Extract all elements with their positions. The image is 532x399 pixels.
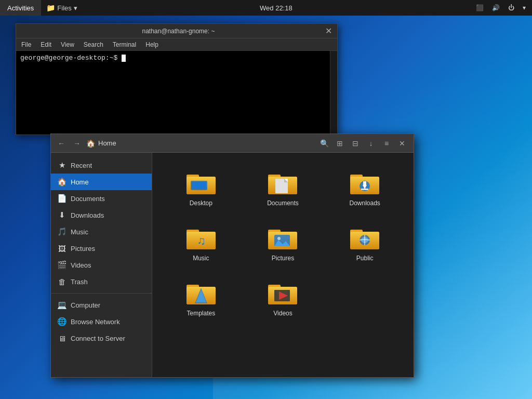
back-button[interactable]: ← <box>55 137 68 150</box>
sidebar-item-home[interactable]: 🏠 Home <box>51 174 152 190</box>
folder-pictures[interactable]: Pictures <box>245 218 322 268</box>
downloads-folder-label: Downloads <box>349 200 380 207</box>
terminal-menu-edit[interactable]: Edit <box>38 40 54 49</box>
trash-icon: 🗑 <box>57 277 66 286</box>
documents-icon: 📄 <box>57 194 66 203</box>
svg-rect-47 <box>288 290 290 301</box>
files-window: ← → 🏠 Home 🔍 ⊞ ⊟ ↓ ≡ ✕ ★ Recent 🏠 Home <box>50 134 414 378</box>
pictures-icon: 🖼 <box>57 244 66 253</box>
screen-icon[interactable]: ⬛ <box>474 3 486 12</box>
desktop-folder-icon <box>185 169 217 196</box>
sort-button[interactable]: ↓ <box>364 136 378 151</box>
files-main: Desktop Do <box>152 153 414 377</box>
templates-folder-label: Templates <box>187 310 215 317</box>
sidebar-item-videos[interactable]: 🎬 Videos <box>51 257 152 273</box>
sidebar-item-documents-label: Documents <box>71 195 105 203</box>
volume-icon[interactable]: 🔊 <box>490 3 502 12</box>
pictures-folder-label: Pictures <box>272 255 294 262</box>
svg-point-29 <box>277 237 281 240</box>
files-toolbar-right: 🔍 ⊞ ⊟ ↓ ≡ ✕ <box>317 136 409 151</box>
documents-folder-icon <box>267 169 298 196</box>
svg-rect-4 <box>192 182 206 189</box>
terminal-scrollbar[interactable] <box>330 51 337 135</box>
power-icon[interactable]: ⏻ <box>506 3 516 12</box>
music-folder-label: Music <box>193 255 209 262</box>
terminal-menubar: File Edit View Search Terminal Help <box>16 38 337 51</box>
topbar-clock: Wed 22:18 <box>83 4 470 12</box>
home-icon: 🏠 <box>57 177 66 187</box>
svg-rect-20 <box>361 189 368 190</box>
music-folder-icon: ♫ <box>185 224 217 251</box>
topbar-chevron-icon: ▾ <box>521 3 528 12</box>
sidebar-item-documents[interactable]: 📄 Documents <box>51 190 152 207</box>
computer-icon: 💻 <box>57 300 66 310</box>
connect-server-icon: 🖥 <box>57 334 66 343</box>
sidebar-item-music[interactable]: 🎵 Music <box>51 223 152 240</box>
videos-icon: 🎬 <box>57 260 66 270</box>
sidebar-item-connect-server-label: Connect to Server <box>71 335 125 342</box>
sidebar-divider-1 <box>51 293 152 294</box>
home-folder-icon: 🏠 <box>86 139 95 148</box>
desktop-folder-label: Desktop <box>190 200 212 207</box>
terminal-menu-view[interactable]: View <box>59 40 76 49</box>
folder-documents[interactable]: Documents <box>245 163 322 213</box>
sidebar-item-recent-label: Recent <box>71 162 92 169</box>
sidebar-item-downloads[interactable]: ⬇ Downloads <box>51 207 152 223</box>
terminal-title: nathan@nathan-gnome: ~ <box>32 28 325 35</box>
browse-network-icon: 🌐 <box>57 317 66 326</box>
files-titlebar: ← → 🏠 Home 🔍 ⊞ ⊟ ↓ ≡ ✕ <box>51 134 414 153</box>
sidebar-item-pictures-label: Pictures <box>71 245 95 252</box>
sidebar-item-downloads-label: Downloads <box>71 211 104 219</box>
files-folder-icon: 📁 <box>46 4 55 12</box>
sidebar-item-trash[interactable]: 🗑 Trash <box>51 273 152 290</box>
topbar-system-icons: ⬛ 🔊 ⏻ ▾ <box>470 3 532 12</box>
sidebar-item-trash-label: Trash <box>71 278 88 286</box>
sidebar-item-connect-server[interactable]: 🖥 Connect to Server <box>51 330 152 347</box>
folder-templates[interactable]: Templates <box>163 273 240 323</box>
terminal-cursor <box>122 55 126 62</box>
svg-text:♫: ♫ <box>197 234 206 247</box>
terminal-menu-search[interactable]: Search <box>82 40 105 49</box>
templates-folder-icon <box>185 280 217 307</box>
terminal-menu-file[interactable]: File <box>19 40 33 49</box>
close-button[interactable]: ✕ <box>395 136 409 151</box>
sidebar-item-videos-label: Videos <box>71 261 91 269</box>
folder-music[interactable]: ♫ Music <box>163 218 240 268</box>
svg-rect-46 <box>274 290 276 301</box>
view-split-button[interactable]: ⊞ <box>332 136 347 151</box>
sidebar-item-computer[interactable]: 💻 Computer <box>51 297 152 313</box>
files-menu-button[interactable]: 📁 Files ▾ <box>41 0 82 16</box>
public-folder-icon <box>349 224 380 251</box>
folder-downloads[interactable]: Downloads <box>326 163 403 213</box>
recent-icon: ★ <box>57 161 66 170</box>
files-location: 🏠 Home <box>86 139 314 148</box>
sidebar-item-pictures[interactable]: 🖼 Pictures <box>51 240 152 257</box>
sidebar-item-browse-network[interactable]: 🌐 Browse Network <box>51 313 152 330</box>
location-title: Home <box>98 139 116 147</box>
folder-desktop[interactable]: Desktop <box>163 163 240 213</box>
downloads-icon: ⬇ <box>57 210 66 220</box>
folder-videos[interactable]: Videos <box>245 273 322 323</box>
files-grid: Desktop Do <box>163 163 403 323</box>
sidebar-item-recent[interactable]: ★ Recent <box>51 157 152 174</box>
terminal-titlebar: nathan@nathan-gnome: ~ ✕ <box>16 24 337 38</box>
forward-button[interactable]: → <box>71 137 83 150</box>
svg-rect-19 <box>363 181 366 186</box>
topbar: Activities 📁 Files ▾ Wed 22:18 ⬛ 🔊 ⏻ ▾ <box>0 0 532 16</box>
menu-button[interactable]: ≡ <box>379 136 394 151</box>
activities-label: Activities <box>7 4 34 12</box>
music-icon: 🎵 <box>57 227 66 236</box>
view-grid-button[interactable]: ⊟ <box>348 136 363 151</box>
terminal-menu-help[interactable]: Help <box>143 40 161 49</box>
search-button[interactable]: 🔍 <box>317 136 331 151</box>
folder-public[interactable]: Public <box>326 218 403 268</box>
terminal-prompt: george@george-desktop:~$ <box>20 54 117 62</box>
terminal-body[interactable]: george@george-desktop:~$ <box>16 51 337 135</box>
terminal-close-button[interactable]: ✕ <box>325 27 332 35</box>
public-folder-label: Public <box>356 255 374 262</box>
files-chevron-icon: ▾ <box>74 4 77 12</box>
activities-button[interactable]: Activities <box>0 0 41 16</box>
terminal-menu-terminal[interactable]: Terminal <box>111 40 138 49</box>
sidebar-item-computer-label: Computer <box>71 301 100 309</box>
pictures-folder-icon <box>267 224 298 251</box>
